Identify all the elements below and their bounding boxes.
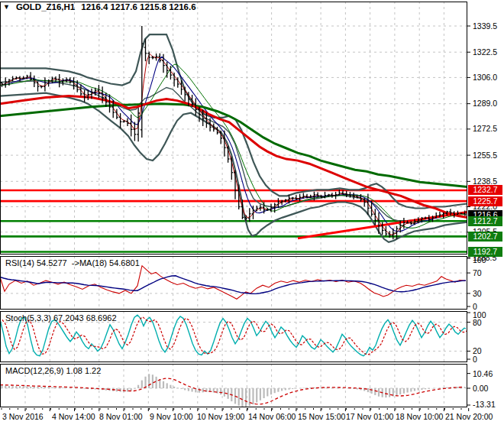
ohlc-bar: [119, 113, 122, 128]
ohlc-bar: [58, 74, 61, 87]
main-chart-panel[interactable]: [0, 2, 467, 258]
time-tick-label: 17 Nov 01:00: [346, 412, 393, 421]
macd-axis-label: 10.46: [473, 369, 493, 378]
ohlc-values: 1216.4 1217.6 1215.8 1216.6: [81, 2, 195, 11]
ohlc-bar: [44, 77, 47, 91]
price-tick-label: 1272.5: [473, 124, 497, 134]
chart-canvas[interactable]: [0, 0, 504, 428]
time-tick-label: 18 Nov 10:00: [396, 412, 443, 421]
ohlc-bar: [15, 76, 18, 79]
ohlc-bar: [183, 86, 186, 101]
price-tick-label: 1322.5: [473, 47, 497, 57]
price-badge-red: 1232.7: [468, 185, 502, 195]
macd-axis-label: 0.00: [473, 384, 488, 393]
price-tick-label: 1289.0: [473, 99, 497, 109]
time-tick-label: 21 Nov 20:00: [445, 412, 493, 421]
rsi-indicator-label: RSI(14) 54.5277 ->MA(18) 54.6801: [5, 258, 140, 268]
ohlc-bar: [29, 72, 32, 80]
macd-axis-label: -13.31: [473, 400, 496, 409]
ohlc-bar: [151, 56, 154, 60]
ohlc-bar: [291, 197, 294, 200]
rsi-line: [0, 266, 466, 300]
chart-title: ▼ GOLD_Z16,H1 1216.4 1217.6 1215.8 1216.…: [3, 2, 196, 11]
ohlc-bar: [460, 212, 463, 214]
price-badge-green: 1212.7: [468, 216, 502, 226]
rsi-axis-label: 30: [473, 289, 482, 298]
ohlc-bar: [248, 208, 251, 222]
time-tick-label: 8 Nov 01:00: [99, 412, 143, 421]
price-badge-green: 1202.7: [468, 232, 502, 242]
price-tick-label: 1339.5: [473, 21, 497, 31]
trading-chart-window: ▼ GOLD_Z16,H1 1216.4 1217.6 1215.8 1216.…: [0, 0, 504, 428]
ohlc-bar: [259, 205, 262, 211]
symbol-period-label: GOLD_Z16,H1: [16, 2, 75, 11]
price-badge-red: 1225.7: [468, 196, 502, 206]
time-tick-label: 15 Nov 15:00: [298, 412, 345, 421]
time-tick-label: 10 Nov 19:00: [197, 412, 244, 421]
ohlc-bar: [295, 195, 298, 200]
time-tick-label: 4 Nov 14:00: [52, 412, 95, 421]
time-tick-label: 9 Nov 10:00: [150, 412, 193, 421]
time-tick-label: 14 Nov 06:00: [248, 412, 296, 421]
price-badge-green: 1192.7: [468, 247, 502, 257]
ohlc-bar: [173, 73, 176, 86]
ohlc-bar: [141, 26, 144, 138]
ma-green-slow: [0, 104, 467, 187]
stoch-indicator-label: Stoch(5,3,3) 67.2043 68.6962: [5, 313, 117, 323]
ma-red-slow: [0, 96, 467, 218]
bollinger-lower: [0, 93, 467, 242]
price-tick-label: 1255.5: [473, 151, 497, 160]
price-tick-label: 1306.0: [473, 73, 497, 83]
time-tick-label: 3 Nov 2016: [2, 412, 44, 421]
ohlc-bar: [37, 81, 40, 91]
bollinger-upper: [0, 34, 467, 208]
stoch-axis-label: 0: [473, 355, 477, 364]
stoch-axis-label: 80: [473, 318, 482, 327]
panel-border: [1, 2, 467, 255]
macd-indicator-label: MACD(12,26,9) 1.08 1.22: [5, 366, 101, 375]
chart-dropdown-icon[interactable]: ▼: [3, 3, 10, 11]
rsi-axis-label: 70: [473, 268, 482, 277]
ohlc-bar: [134, 122, 137, 141]
